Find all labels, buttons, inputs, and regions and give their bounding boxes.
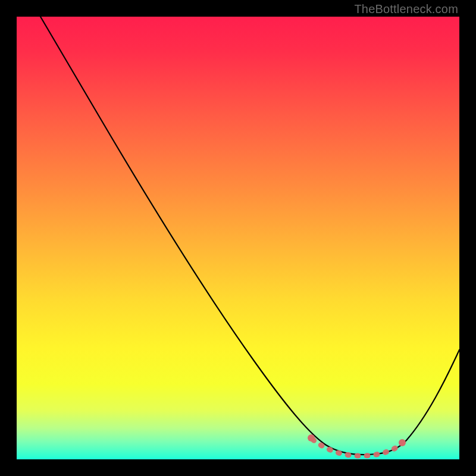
optimal-range-highlight <box>313 440 397 456</box>
chart-svg <box>17 17 459 459</box>
chart-frame <box>17 17 459 459</box>
watermark-text: TheBottleneck.com <box>354 2 458 16</box>
bottleneck-curve-line <box>40 17 459 455</box>
optimal-range-end-dot <box>399 439 406 446</box>
optimal-range-start-dot <box>308 434 315 441</box>
